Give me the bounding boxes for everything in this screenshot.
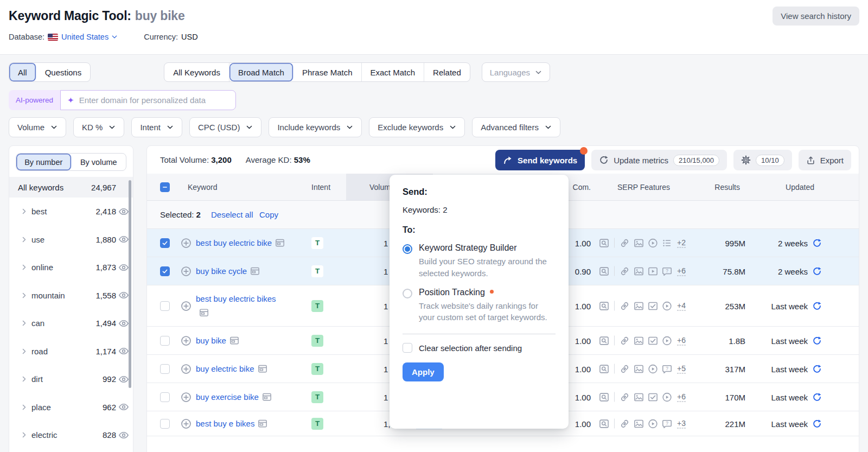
sidebar-item-mountain[interactable]: mountain1,558 <box>9 282 133 310</box>
refresh-keyword-icon[interactable] <box>812 364 822 374</box>
option-label: Position Tracking <box>419 288 556 297</box>
view-search-history-button[interactable]: View search history <box>773 7 859 26</box>
sidebar-item-dirt[interactable]: dirt992 <box>9 365 133 393</box>
eye-icon[interactable] <box>118 374 129 385</box>
column-header-intent[interactable]: Intent <box>311 174 330 201</box>
sidebar-item-place[interactable]: place962 <box>9 393 133 422</box>
database-selector[interactable]: Database: United States <box>9 33 118 41</box>
tab-all[interactable]: All <box>9 63 36 81</box>
tab-questions[interactable]: Questions <box>36 63 91 81</box>
keyword-link[interactable]: best buy electric bikes <box>196 294 276 303</box>
filter-exclude-keywords[interactable]: Exclude keywords <box>369 117 465 137</box>
all-keywords-row[interactable]: All keywords 24,967 <box>9 177 133 198</box>
sidebar-item-best[interactable]: best2,418 <box>9 198 133 226</box>
column-header-serp-features[interactable]: SERP Features <box>617 174 670 201</box>
radio-keyword-strategy-builder[interactable] <box>403 244 412 254</box>
keyword-link[interactable]: best buy electric bike <box>196 238 272 247</box>
row-checkbox[interactable] <box>160 392 170 402</box>
eye-icon[interactable] <box>118 290 129 301</box>
row-checkbox[interactable] <box>160 336 170 346</box>
add-keyword-icon[interactable] <box>181 418 192 429</box>
eye-icon[interactable] <box>118 402 129 412</box>
eye-icon[interactable] <box>118 318 129 329</box>
sidebar-item-online[interactable]: online1,873 <box>9 253 133 282</box>
sidebar-item-can[interactable]: can1,494 <box>9 309 133 338</box>
tab-broad-match[interactable]: Broad Match <box>229 63 293 81</box>
export-icon <box>806 156 815 165</box>
metrics-settings-button[interactable]: 10/10 <box>733 150 792 170</box>
serp-more-link[interactable]: +4 <box>677 301 686 311</box>
add-keyword-icon[interactable] <box>181 392 192 403</box>
sidebar-scrollbar[interactable] <box>129 180 131 388</box>
copy-link[interactable]: Copy <box>259 201 278 229</box>
eye-icon[interactable] <box>118 234 129 245</box>
intent-badge: T <box>311 363 323 375</box>
eye-icon[interactable] <box>118 430 129 441</box>
keyword-link[interactable]: buy bike cycle <box>196 266 247 275</box>
filter-include-keywords[interactable]: Include keywords <box>269 117 362 137</box>
filter-advanced-filters[interactable]: Advanced filters <box>472 117 560 137</box>
languages-dropdown[interactable]: Languages <box>482 62 550 82</box>
tab-phrase-match[interactable]: Phrase Match <box>293 63 362 81</box>
keyword-link[interactable]: buy exercise bike <box>196 392 259 401</box>
sidebar-toggle-by-volume[interactable]: By volume <box>72 154 126 170</box>
send-option-position-tracking[interactable]: Position TrackingTrack website's daily r… <box>403 288 556 324</box>
update-metrics-button[interactable]: Update metrics 210/15,000 <box>591 150 727 170</box>
database-value-link[interactable]: United States <box>61 33 118 41</box>
filter-kd[interactable]: KD % <box>73 117 124 137</box>
column-header-keyword[interactable]: Keyword <box>188 174 217 201</box>
refresh-keyword-icon[interactable] <box>812 336 822 346</box>
serp-more-link[interactable]: +2 <box>677 238 686 248</box>
keyword-link[interactable]: buy electric bike <box>196 364 254 373</box>
select-all-checkbox[interactable] <box>160 182 170 192</box>
column-header-updated[interactable]: Updated <box>755 174 814 201</box>
tab-all-keywords[interactable]: All Keywords <box>164 63 229 81</box>
plus-circle-icon <box>181 238 192 249</box>
serp-more-link[interactable]: +6 <box>677 266 686 276</box>
filter-cpc-usd[interactable]: CPC (USD) <box>189 117 262 137</box>
tab-related[interactable]: Related <box>424 63 470 81</box>
add-keyword-icon[interactable] <box>181 301 192 311</box>
keyword-link[interactable]: best buy e bikes <box>196 418 254 428</box>
export-button[interactable]: Export <box>799 150 851 170</box>
row-checkbox[interactable] <box>160 419 170 429</box>
column-header-results[interactable]: Results <box>684 174 740 201</box>
tab-exact-match[interactable]: Exact Match <box>362 63 425 81</box>
clear-selection-option[interactable]: Clear selection after sending <box>403 343 556 353</box>
domain-input[interactable] <box>79 96 229 105</box>
send-keywords-button[interactable]: Send keywords <box>495 150 585 170</box>
refresh-keyword-icon[interactable] <box>812 392 822 402</box>
filter-label: Advanced filters <box>481 123 539 132</box>
eye-icon[interactable] <box>118 262 129 273</box>
sidebar-toggle-by-number[interactable]: By number <box>16 154 72 170</box>
eye-icon[interactable] <box>118 346 129 356</box>
refresh-keyword-icon[interactable] <box>812 266 822 276</box>
serp-more-link[interactable]: +6 <box>677 336 686 346</box>
filter-intent[interactable]: Intent <box>131 117 182 137</box>
row-checkbox[interactable] <box>160 301 170 311</box>
row-checkbox[interactable] <box>160 364 170 374</box>
add-keyword-icon[interactable] <box>181 364 192 374</box>
radio-position-tracking[interactable] <box>403 289 412 298</box>
deselect-all-link[interactable]: Deselect all <box>211 201 253 229</box>
add-keyword-icon[interactable] <box>181 238 192 249</box>
row-checkbox[interactable] <box>160 238 170 248</box>
apply-button[interactable]: Apply <box>403 362 444 381</box>
eye-icon[interactable] <box>118 206 129 217</box>
sidebar-item-electric[interactable]: electric828 <box>9 421 133 449</box>
sidebar-item-use[interactable]: use1,880 <box>9 226 133 254</box>
refresh-keyword-icon[interactable] <box>812 301 822 311</box>
serp-more-link[interactable]: +6 <box>677 392 686 402</box>
refresh-keyword-icon[interactable] <box>812 419 822 429</box>
filter-volume[interactable]: Volume <box>9 117 66 137</box>
refresh-keyword-icon[interactable] <box>812 238 822 248</box>
row-checkbox[interactable] <box>160 266 170 276</box>
keyword-link[interactable]: buy bike <box>196 335 226 345</box>
serp-more-link[interactable]: +3 <box>677 419 686 429</box>
serp-more-link[interactable]: +5 <box>677 364 686 374</box>
sidebar-item-road[interactable]: road1,174 <box>9 338 133 366</box>
clear-selection-checkbox[interactable] <box>403 343 412 353</box>
add-keyword-icon[interactable] <box>181 335 192 346</box>
add-keyword-icon[interactable] <box>181 266 192 277</box>
send-option-keyword-strategy-builder[interactable]: Keyword Strategy BuilderBuild your SEO s… <box>403 243 556 279</box>
